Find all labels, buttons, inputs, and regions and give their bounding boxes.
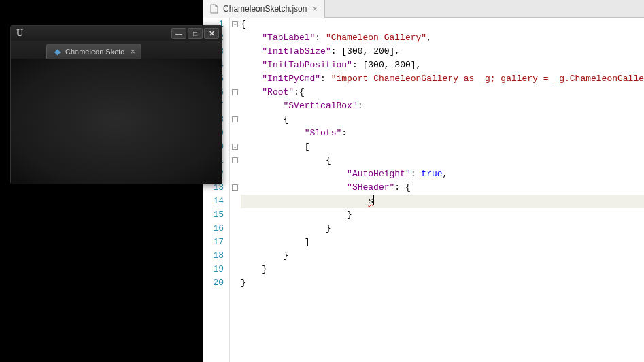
fold-toggle-icon[interactable]: - <box>232 116 238 122</box>
code-line[interactable]: s <box>241 195 644 208</box>
unreal-logo-icon: U <box>14 27 26 39</box>
code-line[interactable]: } <box>241 222 644 235</box>
code-line[interactable]: } <box>241 208 644 222</box>
code-area[interactable]: { "TabLabel": "Chameleon Gallery", "Init… <box>241 18 644 362</box>
editor-tabbar: ChameleonSketch.json × <box>203 0 644 18</box>
fold-toggle-icon[interactable]: - <box>232 21 238 27</box>
code-line[interactable]: "AutoHeight": true, <box>241 167 644 181</box>
ue-tab-close-icon[interactable]: × <box>131 47 135 56</box>
code-line[interactable]: "SVerticalBox": <box>241 99 644 113</box>
fold-toggle-icon[interactable]: - <box>232 89 238 95</box>
ue-tabbar: ◆ Chameleon Sketc × <box>11 41 222 59</box>
code-line[interactable]: } <box>241 263 644 276</box>
ue-tab-chameleon[interactable]: ◆ Chameleon Sketc × <box>46 44 141 59</box>
line-number: 18 <box>203 249 224 263</box>
line-number: 20 <box>203 276 224 290</box>
code-line[interactable]: ] <box>241 235 644 249</box>
line-number: 15 <box>203 208 224 222</box>
ue-titlebar[interactable]: U — □ ✕ <box>11 26 222 41</box>
ue-tab-label: Chameleon Sketc <box>65 48 124 56</box>
fold-toggle-icon[interactable]: - <box>232 157 238 163</box>
line-number: 19 <box>203 263 224 276</box>
maximize-button[interactable]: □ <box>188 28 203 39</box>
code-line[interactable]: "SHeader": { <box>241 181 644 195</box>
fold-toggle-icon[interactable]: - <box>232 144 238 150</box>
code-line[interactable]: { <box>241 113 644 127</box>
json-file-icon <box>209 4 219 14</box>
code-line[interactable]: "InitTabPosition": [300, 300], <box>241 59 644 72</box>
code-line[interactable]: "Root":{ <box>241 86 644 99</box>
fold-column: ------ <box>230 18 241 362</box>
code-line[interactable]: "InitPyCmd": "import ChameleonGallery as… <box>241 72 644 86</box>
code-line[interactable]: { <box>241 18 644 31</box>
ue-window: U — □ ✕ ◆ Chameleon Sketc × <box>10 25 222 184</box>
code-line[interactable]: [ <box>241 140 644 154</box>
code-line[interactable]: { <box>241 154 644 167</box>
fold-toggle-icon[interactable]: - <box>232 184 238 191</box>
code-line[interactable]: } <box>241 276 644 290</box>
editor-body[interactable]: 1234567891011121314151617181920 ------ {… <box>203 18 644 362</box>
editor-tab-close-icon[interactable]: × <box>312 3 318 14</box>
code-line[interactable]: "TabLabel": "Chameleon Gallery", <box>241 31 644 45</box>
tab-plugin-icon: ◆ <box>52 47 62 56</box>
line-number: 14 <box>203 195 224 208</box>
editor-tab[interactable]: ChameleonSketch.json × <box>203 0 325 18</box>
editor-tab-filename: ChameleonSketch.json <box>223 4 307 14</box>
code-line[interactable]: } <box>241 249 644 263</box>
code-line[interactable]: "Slots": <box>241 127 644 140</box>
ue-content-area[interactable] <box>11 59 222 184</box>
line-number: 17 <box>203 235 224 249</box>
left-panel: U — □ ✕ ◆ Chameleon Sketc × <box>0 0 203 362</box>
editor-panel: ChameleonSketch.json × 12345678910111213… <box>203 0 644 362</box>
minimize-button[interactable]: — <box>171 28 186 39</box>
code-line[interactable]: "InitTabSize": [300, 200], <box>241 45 644 59</box>
close-button[interactable]: ✕ <box>204 28 219 39</box>
window-controls: — □ ✕ <box>171 28 219 39</box>
line-number: 16 <box>203 222 224 235</box>
